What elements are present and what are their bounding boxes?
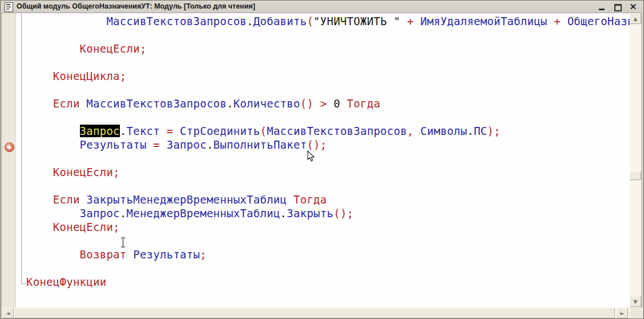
code-segment [313, 97, 320, 110]
code-segment: Добавить [253, 15, 307, 27]
code-segment: + [554, 15, 561, 27]
scroll-left-icon: ◄ [6, 310, 10, 316]
maximize-icon [614, 4, 622, 11]
code-segment: ; [120, 70, 127, 82]
code-segment: КонецФункции [26, 276, 106, 288]
code-line [26, 261, 630, 275]
code-segment [147, 138, 154, 151]
minimize-icon [599, 9, 605, 10]
horizontal-scrollbar[interactable]: ◄ ► [2, 308, 630, 318]
code-segment: . [467, 125, 474, 137]
code-line [26, 110, 630, 124]
vertical-scrollbar[interactable]: ▲ ▼ [630, 13, 641, 308]
code-editor[interactable]: МассивТекстовЗапросов.Добавить("УНИЧТОЖИ… [2, 13, 630, 308]
code-area[interactable]: МассивТекстовЗапросов.Добавить("УНИЧТОЖИ… [26, 14, 630, 289]
code-segment: 0 [333, 97, 340, 110]
code-segment: ВыполнитьПакет [214, 138, 307, 151]
scroll-up-button[interactable]: ▲ [630, 13, 641, 24]
code-line [26, 179, 630, 193]
scroll-down-icon: ▼ [634, 299, 638, 305]
code-segment: . [247, 15, 253, 27]
code-segment: ИмяУдаляемойТаблицы [420, 15, 547, 27]
code-segment [26, 166, 53, 178]
code-segment: = [167, 125, 174, 137]
code-segment [414, 15, 421, 27]
code-segment [26, 138, 80, 151]
code-segment: КонецЕсли [53, 221, 113, 233]
code-segment [173, 125, 180, 137]
function-fold-line [21, 13, 22, 284]
code-line [26, 83, 630, 97]
code-segment: . [207, 138, 214, 151]
code-segment [287, 193, 293, 206]
execution-pointer-icon[interactable] [5, 142, 14, 152]
code-segment [160, 138, 167, 151]
function-fold-end-tick [21, 284, 26, 284]
code-segment: ПС [474, 125, 487, 137]
scroll-down-button[interactable]: ▼ [630, 296, 641, 307]
code-line: КонецЕсли; [26, 220, 630, 234]
code-segment: , [407, 125, 414, 137]
scroll-up-icon: ▲ [634, 16, 638, 22]
module-document-icon [5, 2, 13, 12]
code-segment: ОбщегоНазн [567, 15, 630, 27]
code-segment: . [280, 207, 287, 220]
window-controls: ✕ [597, 1, 638, 13]
code-segment: Запрос [167, 138, 207, 151]
code-segment: Если [53, 97, 80, 110]
code-segment: Закрыть [287, 207, 333, 220]
close-icon: ✕ [628, 2, 638, 12]
code-segment: КонецЕсли [80, 42, 140, 55]
code-segment: ; [113, 221, 120, 233]
code-segment: СтрСоединить [180, 125, 260, 137]
horizontal-scroll-thumb[interactable] [14, 308, 615, 318]
titlebar[interactable]: Общий модуль ОбщегоНазначенияУТ: Модуль … [1, 1, 643, 13]
code-segment: Результаты [80, 138, 147, 151]
minimize-button[interactable] [597, 2, 607, 12]
code-segment: ( [260, 125, 267, 137]
code-segment: МассивТекстовЗапросов [86, 97, 227, 110]
scroll-right-button[interactable]: ► [617, 308, 628, 318]
code-segment [160, 125, 167, 137]
vertical-scroll-thumb[interactable] [630, 171, 641, 180]
code-segment: КонецЕсли [53, 166, 113, 178]
code-line: Запрос.МенеджерВременныхТаблиц.Закрыть()… [26, 206, 630, 220]
module-editor-window: Общий модуль ОбщегоНазначенияУТ: Модуль … [0, 0, 644, 319]
code-segment [26, 15, 106, 27]
code-line: МассивТекстовЗапросов.Добавить("УНИЧТОЖИ… [26, 14, 630, 28]
code-line [26, 234, 630, 248]
code-segment: > [320, 97, 327, 110]
code-line: Возврат Результаты; [26, 248, 630, 261]
code-segment [26, 125, 80, 137]
code-segment: МассивТекстовЗапросов [267, 125, 407, 137]
code-segment [127, 248, 134, 261]
breakpoint-margin[interactable] [2, 13, 16, 308]
code-line: Запрос.Текст = СтрСоединить(МассивТексто… [26, 124, 630, 138]
code-segment: "УНИЧТОЖИТЬ " [313, 15, 400, 27]
code-segment: КонецЦикла [53, 70, 120, 82]
code-segment: . [120, 125, 127, 137]
code-segment [26, 97, 53, 110]
maximize-button[interactable] [613, 2, 623, 12]
code-segment: + [407, 15, 414, 27]
arrow-head [9, 145, 12, 150]
code-segment [400, 15, 407, 27]
code-segment [561, 15, 567, 27]
code-line: КонецЕсли; [26, 42, 630, 55]
close-button[interactable]: ✕ [628, 2, 638, 12]
code-segment [80, 97, 87, 110]
code-segment: ; [200, 248, 207, 261]
code-segment: Запрос [80, 207, 120, 220]
code-segment [26, 248, 80, 261]
code-segment [26, 193, 53, 206]
code-segment: Символы [420, 125, 467, 137]
code-line [26, 55, 630, 69]
text-caret-icon [119, 237, 127, 250]
code-segment: Количество [234, 97, 300, 110]
code-line: Если ЗакрытьМенеджерВременныхТаблиц Тогд… [26, 193, 630, 206]
scroll-left-button[interactable]: ◄ [2, 308, 14, 318]
code-segment [340, 97, 347, 110]
code-segment [548, 15, 554, 27]
code-segment [327, 97, 334, 110]
code-segment: Если [53, 193, 80, 206]
